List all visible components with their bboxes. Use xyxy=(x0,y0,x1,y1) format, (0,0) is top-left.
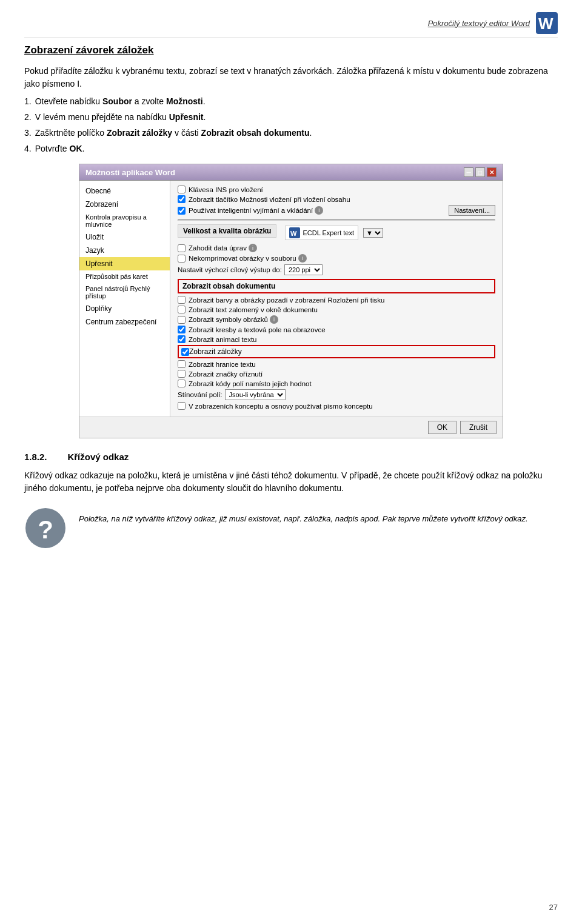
ecdl-dropdown[interactable]: ▼ xyxy=(363,228,383,238)
checkbox-text-zalomeny-input[interactable] xyxy=(178,306,186,313)
ppi-row: Nastavit výchozí cílový výstup do: 220 p… xyxy=(178,264,495,275)
sidebar-item-zobrazeni[interactable]: Zobrazení xyxy=(79,198,170,211)
checkbox-moznosti: Zobrazit tlačítko Možnosti vložení při v… xyxy=(178,195,495,203)
sidebar-item-kontrola[interactable]: Kontrola pravopisu a mluvnice xyxy=(79,211,170,230)
dialog-title-bar: Možnosti aplikace Word ─ □ ✕ xyxy=(79,164,503,181)
page-header: Pokročilý textový editor Word W xyxy=(24,12,558,38)
sidebar-item-panel[interactable]: Panel nástrojů Rychlý přístup xyxy=(79,283,170,302)
checkbox-pismo: V zobrazeních konceptu a osnovy používat… xyxy=(178,402,495,410)
checkbox-nekomprimovat: Nekomprimovat obrázky v souboru i xyxy=(178,254,495,263)
step-4-num: 4. xyxy=(24,142,32,155)
checkbox-inteligentni-label: Používat inteligentní vyjímání a vkládán… xyxy=(189,207,313,214)
doc-content-section: Zobrazit obsah dokumentu xyxy=(178,279,495,293)
dialog-minimize-btn[interactable]: ─ xyxy=(464,167,473,177)
section-182-number: 1.8.2. xyxy=(24,452,47,462)
checkbox-symboly: Zobrazit symboly obrázků i xyxy=(178,315,495,324)
checkbox-kody-input[interactable] xyxy=(178,380,186,387)
checkbox-znacky-input[interactable] xyxy=(178,370,186,378)
checkbox-barvy-label: Zobrazit barvy a obrázky pozadí v zobraz… xyxy=(189,296,384,304)
svg-text:W: W xyxy=(538,15,554,33)
dialog-sidebar: Obecné Zobrazení Kontrola pravopisu a ml… xyxy=(79,181,170,417)
sidebar-item-ulozit[interactable]: Uložit xyxy=(79,230,170,244)
checkbox-moznosti-input[interactable] xyxy=(178,195,186,203)
checkbox-zahodit: Zahodit data úprav i xyxy=(178,244,495,252)
checkbox-zalozky-input[interactable] xyxy=(181,348,189,356)
checkbox-hranice-input[interactable] xyxy=(178,360,186,368)
checkbox-animace-label: Zobrazit animaci textu xyxy=(189,336,257,343)
stinova-label: Stínování polí: xyxy=(178,391,222,398)
intro-paragraph: Pokud přiřadíte záložku k vybranému text… xyxy=(24,65,558,90)
note-box: ? Položka, na níž vytváříte křížový odka… xyxy=(24,507,558,549)
sidebar-item-doplnky[interactable]: Doplňky xyxy=(79,302,170,315)
checkbox-barvy: Zobrazit barvy a obrázky pozadí v zobraz… xyxy=(178,296,495,304)
sidebar-item-prizpusobit[interactable]: Přizpůsobit pás karet xyxy=(79,270,170,283)
word-options-dialog: Možnosti aplikace Word ─ □ ✕ Obecné Zobr… xyxy=(79,164,503,438)
sidebar-item-upresnit[interactable]: Upřesnit xyxy=(79,257,170,270)
ok-button[interactable]: OK xyxy=(428,421,457,434)
info-icon: i xyxy=(315,206,323,215)
word-icon: W xyxy=(536,12,558,34)
checkbox-nekomprimovat-input[interactable] xyxy=(178,255,186,263)
checkbox-hranice: Zobrazit hranice textu xyxy=(178,360,495,368)
sidebar-item-jazyk[interactable]: Jazyk xyxy=(79,244,170,257)
sidebar-item-obecne[interactable]: Obecné xyxy=(79,184,170,198)
dialog-content: Klávesa INS pro vložení Zobrazit tlačítk… xyxy=(170,181,503,417)
dialog-close-btn[interactable]: ✕ xyxy=(487,167,497,177)
header-title: Pokročilý textový editor Word xyxy=(428,19,530,28)
step-1-text: Otevřete nabídku Soubor a zvolte Možnost… xyxy=(35,95,206,108)
ecdl-text: ECDL Expert text xyxy=(303,229,354,236)
step-3-num: 3. xyxy=(24,127,32,139)
info-icon-2: i xyxy=(249,244,257,252)
checkbox-zahodit-input[interactable] xyxy=(178,244,186,252)
section-182: 1.8.2. Křížový odkaz Křížový odkaz odkaz… xyxy=(24,450,558,495)
cancel-button[interactable]: Zrušit xyxy=(460,421,497,434)
doc-content-label: Zobrazit obsah dokumentu xyxy=(182,282,275,290)
section-title: Zobrazení závorek záložek xyxy=(24,44,558,56)
checkbox-klavesa-input[interactable] xyxy=(178,186,186,193)
step-2-num: 2. xyxy=(24,111,32,124)
checkbox-barvy-input[interactable] xyxy=(178,296,186,304)
checkbox-animace-input[interactable] xyxy=(178,335,186,343)
checkbox-zalozky-label: Zobrazit záložky xyxy=(189,347,242,356)
step-2-text: V levém menu přejděte na nabídku Upřesni… xyxy=(35,111,206,124)
checkbox-text-zalomeny: Zobrazit text zalomený v okně dokumentu xyxy=(178,306,495,313)
checkbox-hranice-label: Zobrazit hranice textu xyxy=(189,361,256,368)
checkbox-znacky-label: Zobrazit značky oříznutí xyxy=(189,370,263,378)
info-icon-3: i xyxy=(298,254,307,263)
dialog-maximize-btn[interactable]: □ xyxy=(475,167,485,177)
dialog-title-text: Možnosti aplikace Word xyxy=(85,168,175,177)
checkbox-klavesa: Klávesa INS pro vložení xyxy=(178,186,495,193)
section-182-title: Křížový odkaz xyxy=(67,452,129,462)
checkbox-animace: Zobrazit animaci textu xyxy=(178,335,495,343)
info-icon-4: i xyxy=(270,315,278,324)
note-text: Položka, na níž vytváříte křížový odkaz,… xyxy=(79,507,528,525)
dialog-footer: OK Zrušit xyxy=(79,417,503,438)
checkbox-symboly-label: Zobrazit symboly obrázků xyxy=(189,316,268,323)
ppi-select[interactable]: 220 ppi xyxy=(284,264,323,275)
stinova-select[interactable]: Jsou-li vybrána xyxy=(225,389,286,400)
page-number: 27 xyxy=(549,903,558,912)
checkbox-inteligentni: Používat inteligentní vyjímání a vkládán… xyxy=(178,205,495,216)
ecdl-icon: W xyxy=(289,227,300,238)
checkbox-pismo-input[interactable] xyxy=(178,402,186,410)
checkbox-znacky: Zobrazit značky oříznutí xyxy=(178,370,495,378)
svg-text:W: W xyxy=(290,230,297,237)
checkbox-inteligentni-input[interactable] xyxy=(178,207,186,215)
step-3: 3. Zaškrtněte políčko Zobrazit záložky v… xyxy=(24,127,558,139)
checkbox-kresby-label: Zobrazit kresby a textová pole na obrazo… xyxy=(189,326,326,333)
highlight-text: text xyxy=(231,66,245,76)
ecdl-label: W ECDL Expert text xyxy=(285,226,358,240)
nastaveni-button[interactable]: Nastavení... xyxy=(449,205,495,216)
stinova-row: Stínování polí: Jsou-li vybrána xyxy=(178,389,495,400)
image-section-label: Velikost a kvalita obrázku xyxy=(178,224,276,238)
checkbox-nekomprimovat-label: Nekomprimovat obrázky v souboru xyxy=(189,255,296,262)
checkbox-text-zalomeny-label: Zobrazit text zalomený v okně dokumentu xyxy=(189,306,318,313)
note-icon: ? xyxy=(24,507,67,549)
checkbox-zalozky-row: Zobrazit záložky xyxy=(178,345,495,358)
checkbox-kody: Zobrazit kódy polí namísto jejich hodnot xyxy=(178,380,495,387)
sidebar-item-centrum[interactable]: Centrum zabezpečení xyxy=(79,315,170,329)
step-4-text: Potvrďte OK. xyxy=(35,142,85,155)
checkbox-kresby-input[interactable] xyxy=(178,326,186,333)
checkbox-symboly-input[interactable] xyxy=(178,316,186,324)
svg-text:?: ? xyxy=(38,515,53,544)
